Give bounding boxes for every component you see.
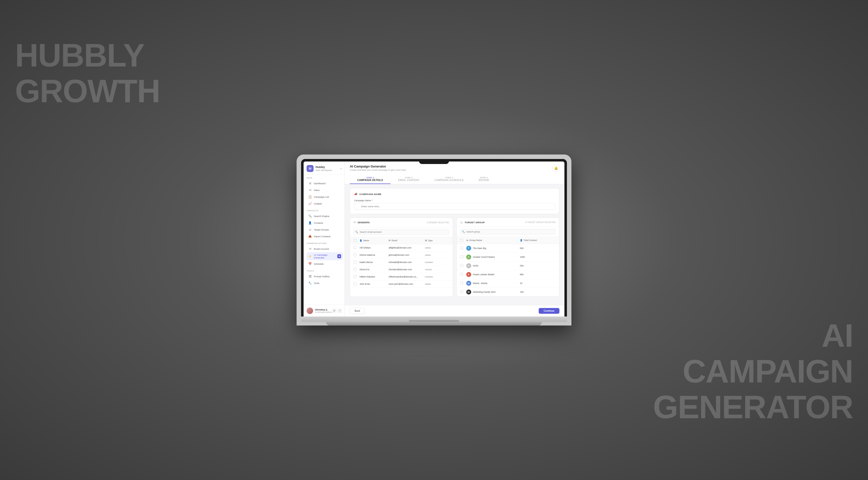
sidebar-item-contacts[interactable]: 👤Contacts <box>307 219 343 226</box>
list-item[interactable]: G Greater Good Pastery 1000 <box>457 253 559 262</box>
group-checkbox-3[interactable] <box>460 273 463 276</box>
group-total: 10 <box>520 282 556 284</box>
sidebar-item-prompt-gallery[interactable]: 🖼Prompt Gallery <box>307 273 343 279</box>
group-checkbox-1[interactable] <box>460 255 463 258</box>
group-total: 890 <box>520 273 556 276</box>
avatar <box>307 307 313 314</box>
header-actions: 🔔 <box>552 164 559 172</box>
sidebar-item-analytic[interactable]: 📈Analytic <box>307 200 343 207</box>
group-checkbox-2[interactable] <box>460 264 463 267</box>
sidebar: H Hubbly Main Workspace ▾ MAIN⊞Dashboard… <box>304 161 345 317</box>
list-item[interactable]: T The Main Big 550 <box>457 244 559 253</box>
senders-panel-header: ✉ SENDERS 0 SENDER SELECTED <box>350 218 453 227</box>
group-name: H H250 <box>466 263 520 268</box>
sender-checkbox-4[interactable] <box>353 275 356 278</box>
group-avatar: T <box>466 246 471 251</box>
back-button[interactable]: Back <box>350 308 365 314</box>
step-item-step2[interactable]: STEP 2EMAIL CONTENT <box>391 175 427 184</box>
sidebar-logo[interactable]: H Hubbly Main Workspace ▾ <box>304 161 345 175</box>
sidebar-item-dashboard[interactable]: ⊞Dashboard <box>307 180 343 186</box>
senders-icon: ✉ <box>353 221 356 224</box>
search-engine-icon: 🔍 <box>308 214 312 218</box>
target-group-col-name: 🗂 Group Name <box>466 239 520 241</box>
table-row[interactable]: Gloria Koi Gloriakoi@domain.com YAHOO <box>350 266 453 273</box>
sidebar-item-email-account[interactable]: ✉Email Account <box>307 245 343 252</box>
target-group-search-row: 🔍 <box>457 227 559 237</box>
sidebar-item-search-engine[interactable]: 🔍Search Engine <box>307 213 343 219</box>
target-group-icon: 🗂 <box>460 221 463 224</box>
select-all-groups[interactable] <box>460 239 463 242</box>
table-row[interactable]: hadid Alterna mlrhadid@domain.com DOMAIN <box>350 259 453 266</box>
logout-button[interactable]: ↗ <box>338 308 342 313</box>
sender-checkbox-1[interactable] <box>353 253 356 256</box>
group-checkbox-4[interactable] <box>460 281 463 284</box>
group-avatar: M <box>466 281 471 286</box>
sidebar-item-inbox[interactable]: ✉Inbox <box>307 187 343 193</box>
laptop-screen: H Hubbly Main Workspace ▾ MAIN⊞Dashboard… <box>304 161 564 317</box>
notification-button[interactable]: 🔔 <box>552 164 559 172</box>
senders-target-container: ✉ SENDERS 0 SENDER SELECTED 🔍 <box>350 217 559 297</box>
email-account-icon: ✉ <box>308 247 312 251</box>
step-number-step1: STEP 1 <box>366 177 374 179</box>
senders-search-row: 🔍 <box>350 227 453 237</box>
group-avatar: P <box>466 272 471 277</box>
settings-button[interactable]: ⚙ <box>332 308 337 313</box>
sender-checkbox-5[interactable] <box>353 282 356 285</box>
table-row[interactable]: Hilbert Matulesi Hilbertmatulesi@domain.… <box>350 273 453 280</box>
sidebar-item-schedule[interactable]: 📅Schedule <box>307 261 343 267</box>
group-avatar: G <box>466 254 471 260</box>
tools-label: Tools <box>314 282 319 284</box>
sender-checkbox-2[interactable] <box>353 261 356 264</box>
senders-panel: ✉ SENDERS 0 SENDER SELECTED 🔍 <box>350 217 453 297</box>
group-checkbox-5[interactable] <box>460 290 463 293</box>
step-label-step3: CAMPAIGN SCHEDULE <box>434 179 464 181</box>
step-item-step3[interactable]: STEP 3CAMPAIGN SCHEDULE <box>427 175 471 184</box>
sender-checkbox-0[interactable] <box>353 246 356 249</box>
list-item[interactable]: M Marketing Family 2022 100 <box>457 288 559 297</box>
logo-title: Hubbly <box>316 166 340 169</box>
list-item[interactable]: H H250 250 <box>457 262 559 270</box>
group-name: T The Main Big <box>466 246 520 251</box>
select-all-senders[interactable] <box>353 239 356 242</box>
target-groups-icon: 🗂 <box>308 228 312 232</box>
sender-type: DOMAIN <box>425 261 449 264</box>
step-item-step4[interactable]: STEP 4REVIEW <box>471 175 496 184</box>
sender-email: Gloriakoi@domain.com <box>389 268 425 271</box>
user-actions: ⚙ ↗ <box>332 308 342 313</box>
sender-checkbox-3[interactable] <box>353 268 356 271</box>
sidebar-item-import-contacts[interactable]: 📥Import Contacts <box>307 233 343 240</box>
step-item-step1[interactable]: STEP 1CAMPAIGN DETAILS <box>350 175 391 184</box>
user-name: Christina Z. <box>315 308 332 311</box>
logo-icon: H <box>307 165 314 172</box>
table-row[interactable]: Alif Ghiban alifghibs@domain.com GMAIL <box>350 244 453 251</box>
campaign-name-input[interactable] <box>354 203 555 210</box>
table-row[interactable]: John Enav more.john@domain.com GMAIL <box>350 280 453 288</box>
sidebar-item-campaign-list[interactable]: 📋Campaign List <box>307 193 343 200</box>
senders-panel-title: SENDERS <box>358 221 427 224</box>
sidebar-item-ai-campaign[interactable]: ⚡AI Campaign Generator <box>307 252 343 260</box>
target-group-table-body: T The Main Big 550 G Greater Good Paster… <box>457 244 559 297</box>
senders-badge: 0 SENDER SELECTED <box>427 221 449 224</box>
step-label-step2: EMAIL CONTENT <box>398 179 420 181</box>
chevron-down-icon: ▾ <box>340 167 342 170</box>
group-checkbox-0[interactable] <box>460 246 463 249</box>
table-row[interactable]: Ghima Materna ghima@domain.com GMAIL <box>350 251 453 259</box>
sidebar-section-title: COMMUNICATIONS <box>307 242 345 244</box>
app-container: H Hubbly Main Workspace ▾ MAIN⊞Dashboard… <box>304 161 564 317</box>
continue-button[interactable]: Continue <box>539 308 559 314</box>
sidebar-section-title: MAIN <box>307 177 345 179</box>
list-item[interactable]: M Manta - Manta 10 <box>457 279 559 288</box>
steps-nav: STEP 1CAMPAIGN DETAILSSTEP 2EMAIL CONTEN… <box>350 175 559 184</box>
senders-search-input[interactable] <box>353 229 449 235</box>
campaign-name-icon: 📣 <box>354 192 358 196</box>
sidebar-item-tools[interactable]: 🔧Tools <box>307 280 343 286</box>
sidebar-section-contacts: CONTACTS🔍Search Engine👤Contacts🗂Target G… <box>304 208 345 240</box>
page-title: AI Campaign Generator <box>350 164 406 168</box>
sidebar-item-target-groups[interactable]: 🗂Target Groups <box>307 226 343 233</box>
analytic-label: Analytic <box>314 202 322 205</box>
list-item[interactable]: P Prawn Lobster Boiled 890 <box>457 270 559 279</box>
senders-search-icon: 🔍 <box>355 231 358 233</box>
target-group-search-input[interactable] <box>460 229 556 235</box>
ai-campaign-icon: ⚡ <box>308 254 312 258</box>
senders-table-header: 👤 Name ✉ Email ⊞ Type <box>350 237 453 244</box>
